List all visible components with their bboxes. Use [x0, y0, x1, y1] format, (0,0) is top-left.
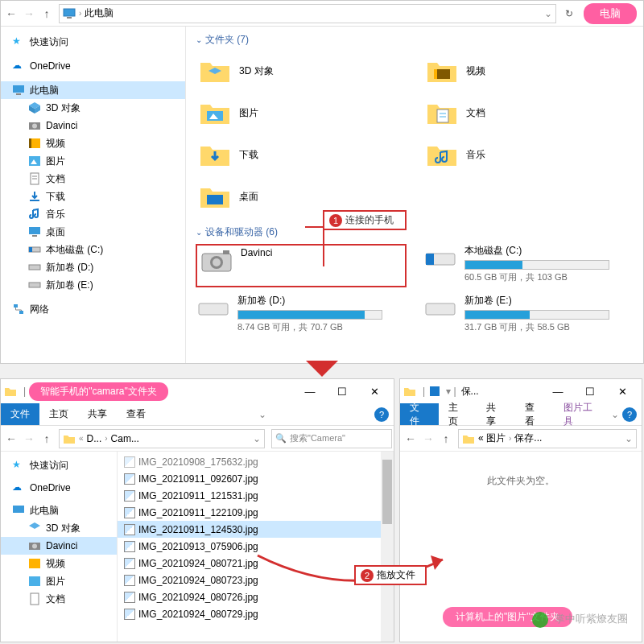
file-row[interactable]: IMG_20210913_075906.jpg	[118, 538, 394, 555]
sidebar-item[interactable]: 文档	[1, 590, 117, 608]
explorer-top-window: ← → ↑ › 此电脑 ⌄ ↻ 电脑 ★ 快速访问 ☁ OneDrive 此电	[0, 0, 644, 364]
nav-fwd[interactable]: →	[419, 430, 437, 448]
ribbon-collapse-icon[interactable]: ⌄	[611, 409, 619, 420]
nav-up[interactable]: ↑	[437, 430, 455, 448]
drive-e[interactable]: 新加卷 (E:)31.7 GB 可用，共 58.5 GB	[423, 294, 634, 337]
sidebar-item[interactable]: 3D 对象	[1, 519, 117, 537]
file-row-selected[interactable]: IMG_20210911_124530.jpg	[118, 521, 394, 538]
sidebar-quick-access[interactable]: ★快速访问	[1, 456, 117, 474]
sidebar-item[interactable]: 新加卷 (E:)	[1, 276, 185, 294]
file-row[interactable]: IMG_20210924_080723.jpg	[118, 572, 394, 588]
nav-back[interactable]: ←	[2, 430, 20, 448]
folder-document[interactable]: 文档	[423, 93, 634, 132]
breadcrumb-thispc[interactable]: 此电脑	[85, 6, 114, 20]
file-row[interactable]: IMG_20210908_175632.jpg	[118, 453, 394, 470]
file-row[interactable]: IMG_20210924_080726.jpg	[118, 588, 394, 605]
drive-c[interactable]: 本地磁盘 (C:)60.5 GB 可用，共 103 GB	[423, 244, 634, 287]
folder-3d[interactable]: 3D 对象	[196, 52, 407, 90]
nav-fwd[interactable]: →	[20, 430, 38, 448]
svg-marker-42	[306, 361, 338, 377]
address-bar[interactable]: « D... › Cam... ⌄	[59, 429, 265, 448]
nav-back[interactable]: ←	[2, 5, 20, 23]
maximize-button[interactable]: ☐	[574, 386, 606, 398]
nav-up[interactable]: ↑	[38, 430, 56, 448]
sidebar-item[interactable]: 下载	[1, 188, 185, 205]
search-input[interactable]: 🔍 搜索"Camera"	[271, 429, 392, 448]
network-icon	[12, 303, 25, 316]
sidebar-quick-access[interactable]: ★ 快速访问	[1, 33, 185, 51]
scroll-thumb[interactable]	[382, 460, 392, 524]
folder-icon	[403, 385, 416, 398]
svg-rect-33	[207, 195, 223, 204]
ribbon-file[interactable]: 文件	[1, 403, 39, 425]
drive-icon	[28, 261, 41, 274]
folder-picture[interactable]: 图片	[196, 93, 407, 132]
file-row[interactable]: IMG_20210911_122109.jpg	[118, 504, 394, 521]
sidebar-network[interactable]: 网络	[1, 300, 185, 318]
picture-icon	[28, 155, 41, 167]
ribbon-view[interactable]: 查看	[515, 403, 554, 425]
folder-icon	[426, 56, 458, 85]
svg-rect-18	[32, 235, 37, 237]
download-icon	[28, 190, 41, 203]
ribbon-share[interactable]: 共享	[477, 403, 515, 425]
help-button[interactable]: ?	[622, 407, 637, 422]
sidebar-thispc[interactable]: 此电脑	[1, 502, 117, 519]
sidebar-item[interactable]: 文档	[1, 170, 185, 188]
svg-rect-37	[223, 250, 229, 254]
device-davinci[interactable]: Davinci	[196, 244, 407, 287]
drive-d[interactable]: 新加卷 (D:)8.74 GB 可用，共 70.7 GB	[196, 294, 407, 337]
nav-back[interactable]: ←	[402, 430, 419, 448]
sidebar-item[interactable]: 视频	[1, 555, 117, 572]
sidebar-onedrive[interactable]: ☁OneDrive	[1, 479, 117, 497]
sidebar-item[interactable]: 图片	[1, 152, 185, 170]
sidebar-item[interactable]: 本地磁盘 (C:)	[1, 241, 185, 258]
sidebar-item[interactable]: 视频	[1, 134, 185, 152]
file-row[interactable]: IMG_20210924_080721.jpg	[118, 555, 394, 572]
sidebar-item[interactable]: 3D 对象	[1, 99, 185, 117]
svg-rect-23	[14, 304, 18, 308]
dropdown-icon[interactable]: ⌄	[544, 8, 552, 19]
address-bar[interactable]: › 此电脑 ⌄	[59, 4, 556, 23]
ribbon-home[interactable]: 主页	[439, 403, 477, 425]
drives-header[interactable]: ⌄设备和驱动器 (6)	[196, 225, 634, 239]
svg-point-36	[213, 258, 221, 266]
address-bar[interactable]: « 图片 › 保存... ⌄	[458, 429, 637, 448]
sidebar-item[interactable]: Davinci	[1, 117, 185, 134]
sidebar-onedrive[interactable]: ☁ OneDrive	[1, 57, 185, 75]
ribbon-file[interactable]: 文件	[400, 403, 439, 425]
refresh-button[interactable]: ↻	[559, 8, 579, 19]
folder-download[interactable]: 下载	[196, 135, 407, 174]
ribbon-pictools[interactable]: 图片工具	[554, 403, 611, 425]
ribbon-home[interactable]: 主页	[39, 403, 78, 425]
sidebar-item[interactable]: 桌面	[1, 223, 185, 241]
badge-2: 2	[361, 569, 374, 582]
sidebar-item[interactable]: 新加卷 (D:)	[1, 258, 185, 276]
ribbon-view[interactable]: 查看	[117, 403, 155, 425]
annotation-1: 1 连接的手机	[323, 210, 407, 230]
minimize-button[interactable]: —	[542, 386, 574, 398]
nav-up[interactable]: ↑	[38, 5, 56, 23]
help-button[interactable]: ?	[374, 407, 389, 422]
folder-icon	[199, 182, 231, 211]
file-row[interactable]: IMG_20210911_121531.jpg	[118, 487, 394, 504]
sidebar-thispc[interactable]: 此电脑	[1, 81, 185, 99]
nav-fwd[interactable]: →	[20, 5, 38, 23]
file-row[interactable]: IMG_20210911_092607.jpg	[118, 470, 394, 487]
scrollbar[interactable]	[381, 452, 394, 642]
ribbon-collapse-icon[interactable]: ⌄	[258, 409, 266, 420]
maximize-button[interactable]: ☐	[326, 386, 358, 398]
sidebar: ★ 快速访问 ☁ OneDrive 此电脑 3D 对象 Davinci 视频 图…	[1, 27, 186, 363]
sidebar-item[interactable]: 音乐	[1, 205, 185, 223]
folders-header[interactable]: ⌄文件夹 (7)	[196, 33, 634, 47]
sidebar-item[interactable]: 图片	[1, 572, 117, 590]
folder-video[interactable]: 视频	[423, 52, 634, 90]
close-button[interactable]: ✕	[358, 386, 390, 398]
ribbon-share[interactable]: 共享	[78, 403, 117, 425]
drive-icon	[28, 279, 41, 291]
close-button[interactable]: ✕	[606, 386, 638, 398]
minimize-button[interactable]: —	[294, 386, 326, 398]
file-row[interactable]: IMG_20210924_080729.jpg	[118, 605, 394, 622]
folder-music[interactable]: 音乐	[423, 135, 634, 174]
sidebar-item-davinci[interactable]: Davinci	[1, 537, 117, 555]
